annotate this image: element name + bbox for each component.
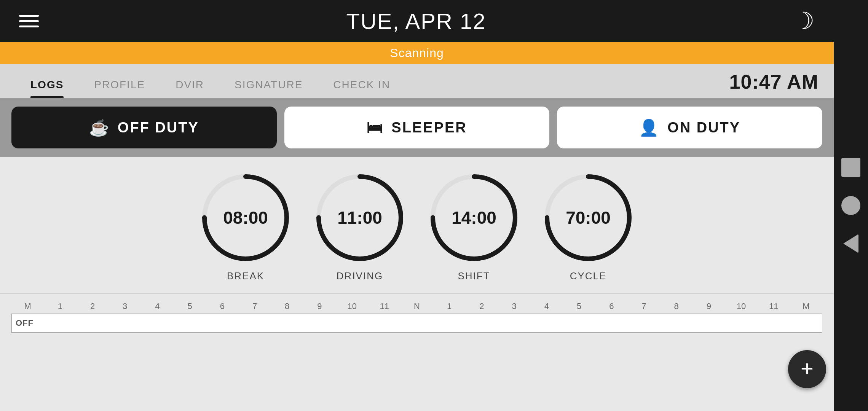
timeline-label: 3 bbox=[498, 301, 530, 311]
timeline-label: M bbox=[11, 301, 44, 311]
timeline-label: 6 bbox=[595, 301, 628, 311]
android-circle-button[interactable] bbox=[841, 196, 860, 215]
fab-add-button[interactable]: + bbox=[788, 350, 826, 388]
timeline-label: 5 bbox=[563, 301, 595, 311]
timeline-label: 11 bbox=[368, 301, 400, 311]
break-circle: 08:00 bbox=[200, 172, 291, 263]
timeline-grid: M1234567891011N1234567891011M OFF bbox=[0, 301, 834, 333]
timer-circles-row: 08:00 BREAK 11:00 DRIVING bbox=[200, 172, 634, 282]
plus-icon: + bbox=[801, 357, 814, 379]
header-date: TUE, APR 12 bbox=[346, 8, 486, 34]
shift-value: 14:00 bbox=[452, 207, 496, 228]
timeline-label: 1 bbox=[44, 301, 76, 311]
timeline-label: M bbox=[790, 301, 822, 311]
timeline-label: N bbox=[400, 301, 433, 311]
tab-profile[interactable]: PROFILE bbox=[79, 79, 160, 98]
scanning-status: Scanning bbox=[390, 46, 444, 60]
timeline-label: 10 bbox=[725, 301, 757, 311]
timeline-label: 2 bbox=[466, 301, 498, 311]
sleeper-button[interactable]: 🛏 SLEEPER bbox=[284, 107, 550, 148]
tab-signature[interactable]: SIGNATURE bbox=[219, 79, 318, 98]
driving-circle: 11:00 bbox=[314, 172, 405, 263]
scanning-bar: Scanning bbox=[0, 42, 834, 64]
android-square-button[interactable] bbox=[841, 158, 860, 177]
cycle-timer: 70:00 CYCLE bbox=[542, 172, 634, 282]
cycle-label: CYCLE bbox=[570, 270, 607, 282]
off-duty-timeline-label: OFF bbox=[16, 318, 34, 328]
timeline-label: 4 bbox=[530, 301, 563, 311]
moon-icon[interactable]: ☽ bbox=[793, 9, 815, 33]
timeline-label: 5 bbox=[174, 301, 206, 311]
driving-label: DRIVING bbox=[337, 270, 383, 282]
timeline-label: 11 bbox=[758, 301, 790, 311]
shift-circle: 14:00 bbox=[428, 172, 520, 263]
break-value: 08:00 bbox=[223, 207, 268, 228]
cycle-circle: 70:00 bbox=[542, 172, 634, 263]
hamburger-menu-button[interactable] bbox=[19, 15, 39, 27]
timeline-label: 7 bbox=[238, 301, 271, 311]
shift-timer: 14:00 SHIFT bbox=[428, 172, 520, 282]
tab-check-in[interactable]: CHECK IN bbox=[318, 79, 405, 98]
timeline-bar: OFF bbox=[11, 314, 822, 333]
timeline-label: 9 bbox=[692, 301, 725, 311]
timeline-label: 8 bbox=[271, 301, 303, 311]
timeline-label: 7 bbox=[628, 301, 660, 311]
timeline-label: 8 bbox=[660, 301, 692, 311]
tab-logs[interactable]: LOGS bbox=[15, 79, 79, 98]
timeline-area: M1234567891011N1234567891011M OFF bbox=[0, 293, 834, 336]
off-duty-label: OFF DUTY bbox=[118, 119, 199, 136]
timeline-label: 4 bbox=[141, 301, 174, 311]
android-back-button[interactable] bbox=[843, 234, 858, 253]
android-nav-panel bbox=[834, 0, 868, 411]
timeline-numbers-row: M1234567891011N1234567891011M bbox=[11, 301, 822, 311]
off-duty-button[interactable]: ☕ OFF DUTY bbox=[11, 107, 277, 148]
timeline-label: 10 bbox=[336, 301, 368, 311]
bed-icon: 🛏 bbox=[367, 118, 384, 137]
timeline-label: 1 bbox=[433, 301, 466, 311]
current-time: 10:47 AM bbox=[729, 70, 819, 98]
driving-timer: 11:00 DRIVING bbox=[314, 172, 405, 282]
timeline-label: 2 bbox=[76, 301, 108, 311]
shift-label: SHIFT bbox=[458, 270, 490, 282]
tab-dvir[interactable]: DVIR bbox=[160, 79, 219, 98]
coffee-icon: ☕ bbox=[89, 118, 110, 137]
on-duty-label: ON DUTY bbox=[667, 119, 740, 136]
on-duty-button[interactable]: 👤 ON DUTY bbox=[557, 107, 822, 148]
header-bar: TUE, APR 12 ☽ bbox=[0, 0, 834, 42]
timeline-label: 9 bbox=[303, 301, 336, 311]
timeline-label: 6 bbox=[206, 301, 238, 311]
timers-area: 08:00 BREAK 11:00 DRIVING bbox=[0, 157, 834, 411]
break-timer: 08:00 BREAK bbox=[200, 172, 291, 282]
break-label: BREAK bbox=[227, 270, 264, 282]
sleeper-label: SLEEPER bbox=[391, 119, 467, 136]
status-buttons-row: ☕ OFF DUTY 🛏 SLEEPER 👤 ON DUTY bbox=[0, 98, 834, 157]
cycle-value: 70:00 bbox=[566, 207, 611, 228]
person-clock-icon: 👤 bbox=[639, 118, 660, 137]
timeline-label: 3 bbox=[109, 301, 141, 311]
driving-value: 11:00 bbox=[337, 207, 382, 228]
navigation-tabs: LOGS PROFILE DVIR SIGNATURE CHECK IN 10:… bbox=[0, 64, 834, 98]
